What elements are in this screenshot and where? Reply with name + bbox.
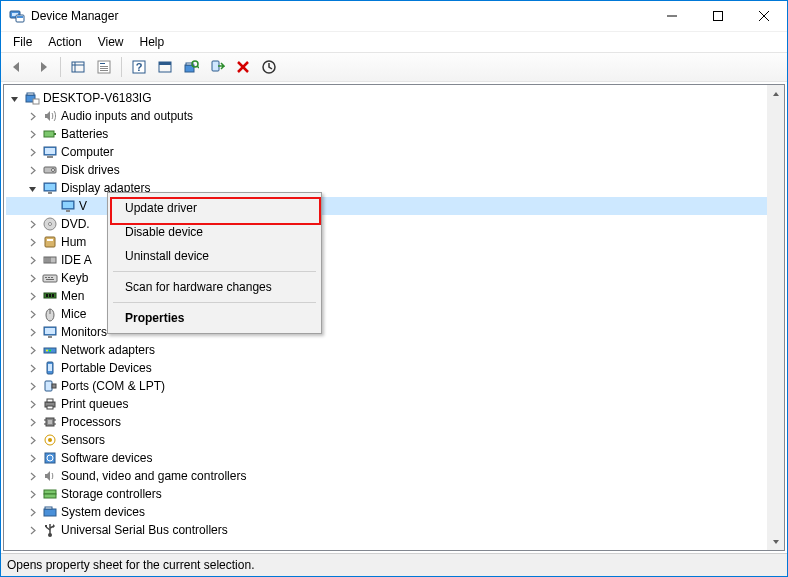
tree-node-label: Processors: [61, 415, 121, 429]
svg-rect-71: [45, 381, 52, 391]
tree-node-label: Print queues: [61, 397, 128, 411]
computer-icon: [42, 144, 58, 160]
forward-button[interactable]: [31, 55, 55, 79]
tree-category-node[interactable]: Batteries: [6, 125, 782, 143]
expand-icon[interactable]: [24, 450, 40, 466]
expand-icon[interactable]: [24, 522, 40, 538]
expand-icon[interactable]: [24, 108, 40, 124]
menu-file[interactable]: File: [7, 33, 38, 51]
ctx-uninstall[interactable]: Uninstall device: [111, 244, 318, 268]
tree-node-label: Sensors: [61, 433, 105, 447]
vertical-scrollbar[interactable]: [767, 85, 784, 550]
expand-icon[interactable]: [24, 468, 40, 484]
tree-category-node[interactable]: Print queues: [6, 395, 782, 413]
svg-rect-34: [45, 148, 55, 154]
status-bar: Opens property sheet for the current sel…: [1, 553, 787, 576]
tree-category-node[interactable]: Network adapters: [6, 341, 782, 359]
view-button[interactable]: [153, 55, 177, 79]
scan-hardware-button[interactable]: [179, 55, 203, 79]
svg-rect-35: [47, 156, 53, 158]
svg-rect-13: [100, 66, 108, 67]
tree-category-node[interactable]: Sound, video and game controllers: [6, 467, 782, 485]
svg-rect-88: [44, 509, 56, 516]
help-button[interactable]: ?: [127, 55, 151, 79]
minimize-button[interactable]: [649, 1, 695, 31]
svg-rect-55: [51, 277, 53, 278]
svg-point-45: [49, 223, 52, 226]
tree-category-node[interactable]: Disk drives: [6, 161, 782, 179]
tree-category-node[interactable]: Storage controllers: [6, 485, 782, 503]
scroll-up-button[interactable]: [767, 85, 784, 102]
tree-category-node[interactable]: Sensors: [6, 431, 782, 449]
tree-node-label: Sound, video and game controllers: [61, 469, 246, 483]
maximize-button[interactable]: [695, 1, 741, 31]
svg-point-83: [48, 438, 52, 442]
tree-node-label: Network adapters: [61, 343, 155, 357]
tree-root-node[interactable]: DESKTOP-V6183IG: [6, 89, 782, 107]
tree-node-label: Computer: [61, 145, 114, 159]
menu-action[interactable]: Action: [42, 33, 87, 51]
expand-icon[interactable]: [24, 162, 40, 178]
collapse-icon[interactable]: [6, 90, 22, 106]
expand-icon[interactable]: [24, 486, 40, 502]
expand-icon[interactable]: [24, 270, 40, 286]
tree-category-node[interactable]: Portable Devices: [6, 359, 782, 377]
expand-icon[interactable]: [24, 306, 40, 322]
expand-icon[interactable]: [24, 504, 40, 520]
expand-icon[interactable]: [24, 342, 40, 358]
expand-icon[interactable]: [24, 414, 40, 430]
expand-icon[interactable]: [24, 396, 40, 412]
svg-rect-54: [48, 277, 50, 278]
tree-category-node[interactable]: System devices: [6, 503, 782, 521]
properties-button[interactable]: [92, 55, 116, 79]
collapse-icon[interactable]: [24, 180, 40, 196]
tree-node-label: Ports (COM & LPT): [61, 379, 165, 393]
svg-rect-43: [66, 210, 70, 212]
svg-rect-64: [45, 328, 55, 334]
expand-icon[interactable]: [24, 252, 40, 268]
printer-icon: [42, 396, 58, 412]
software-icon: [42, 450, 58, 466]
update-driver-button[interactable]: [257, 55, 281, 79]
svg-rect-42: [63, 202, 73, 208]
expand-icon[interactable]: [24, 216, 40, 232]
sound-icon: [42, 468, 58, 484]
tree-category-node[interactable]: Software devices: [6, 449, 782, 467]
sensor-icon: [42, 432, 58, 448]
root-icon: [24, 90, 40, 106]
expand-icon[interactable]: [24, 432, 40, 448]
scroll-down-button[interactable]: [767, 533, 784, 550]
tree-category-node[interactable]: Audio inputs and outputs: [6, 107, 782, 125]
ctx-update-driver[interactable]: Update driver: [111, 196, 318, 220]
svg-rect-30: [33, 99, 39, 104]
uninstall-button[interactable]: [231, 55, 255, 79]
back-button[interactable]: [5, 55, 29, 79]
speaker-icon: [42, 108, 58, 124]
tree-category-node[interactable]: Ports (COM & LPT): [6, 377, 782, 395]
ctx-scan-hardware[interactable]: Scan for hardware changes: [111, 275, 318, 299]
show-hidden-button[interactable]: [66, 55, 90, 79]
menu-view[interactable]: View: [92, 33, 130, 51]
enable-device-button[interactable]: [205, 55, 229, 79]
ctx-separator: [113, 302, 316, 303]
expand-icon[interactable]: [24, 324, 40, 340]
memory-icon: [42, 288, 58, 304]
svg-point-68: [49, 350, 51, 352]
tree-category-node[interactable]: Universal Serial Bus controllers: [6, 521, 782, 539]
expand-icon[interactable]: [24, 360, 40, 376]
expand-icon[interactable]: [24, 288, 40, 304]
ctx-properties[interactable]: Properties: [111, 306, 318, 330]
close-button[interactable]: [741, 1, 787, 31]
tree-category-node[interactable]: Computer: [6, 143, 782, 161]
expand-icon[interactable]: [24, 144, 40, 160]
tree-category-node[interactable]: Processors: [6, 413, 782, 431]
svg-text:?: ?: [136, 61, 143, 73]
expand-icon[interactable]: [24, 126, 40, 142]
svg-rect-14: [100, 68, 108, 69]
ctx-disable-device[interactable]: Disable device: [111, 220, 318, 244]
scroll-track[interactable]: [767, 102, 784, 533]
menu-help[interactable]: Help: [134, 33, 171, 51]
expand-icon[interactable]: [24, 234, 40, 250]
expand-icon[interactable]: [24, 378, 40, 394]
tree-node-label: Batteries: [61, 127, 108, 141]
